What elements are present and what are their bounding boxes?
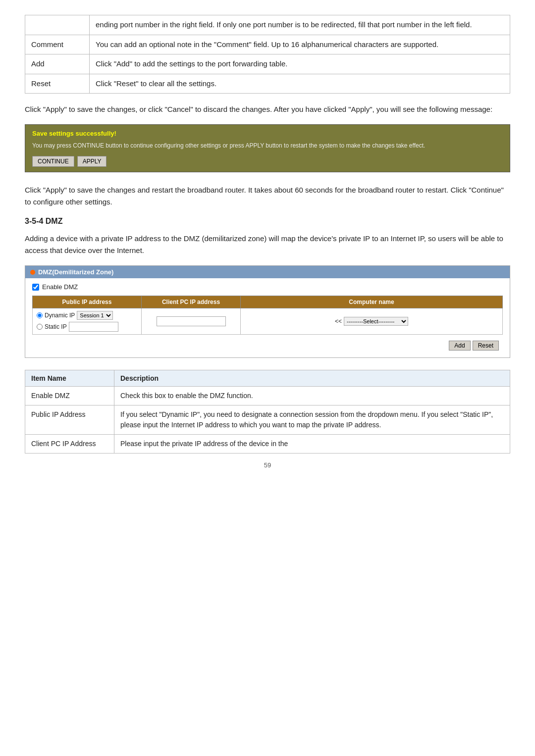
top-table-row: CommentYou can add an optional note in t… [25, 35, 510, 54]
desc-col-description: Description [114, 370, 510, 387]
desc-item-name: Enable DMZ [25, 387, 114, 405]
static-ip-radio[interactable] [37, 324, 43, 330]
paragraph-2: Click "Apply" to save the changes and re… [25, 184, 510, 208]
client-ip-cell [142, 308, 241, 335]
top-info-table: ending port number in the right field. I… [25, 15, 510, 94]
top-table-row: ending port number in the right field. I… [25, 15, 510, 35]
computer-name-cell: << ---------Select--------- [241, 308, 503, 335]
dmz-col-public-ip: Public IP address [33, 296, 142, 308]
enable-dmz-label: Enable DMZ [42, 283, 78, 291]
top-table-desc: Click "Reset" to clear all the settings. [90, 74, 510, 94]
dmz-col-computer-name: Computer name [241, 296, 503, 308]
save-settings-box: Save settings successfully! You may pres… [25, 124, 510, 172]
session-select[interactable]: Session 1 [77, 311, 113, 320]
desc-table-row: Enable DMZCheck this box to enable the D… [25, 387, 510, 405]
top-table-row: AddClick "Add" to add the settings to th… [25, 54, 510, 74]
paragraph-3: Adding a device with a private IP addres… [25, 233, 510, 256]
dmz-col-client-ip: Client PC IP address [142, 296, 241, 308]
top-table-label: Reset [25, 74, 90, 94]
top-table-row: ResetClick "Reset" to clear all the sett… [25, 74, 510, 94]
dynamic-ip-radio[interactable] [37, 312, 43, 318]
dmz-panel: DMZ(Demilitarized Zone) Enable DMZ Publi… [25, 265, 510, 358]
desc-item-name: Public IP Address [25, 405, 114, 435]
enable-dmz-row: Enable DMZ [32, 283, 503, 291]
dmz-dot-icon [30, 270, 35, 275]
dmz-config-table: Public IP address Client PC IP address C… [32, 296, 503, 335]
dmz-panel-title: DMZ(Demilitarized Zone) [38, 268, 113, 276]
static-ip-input[interactable] [69, 322, 118, 332]
dmz-add-button[interactable]: Add [449, 341, 470, 351]
page-number: 59 [25, 461, 510, 469]
dmz-reset-button[interactable]: Reset [473, 341, 499, 351]
top-table-desc: Click "Add" to add the settings to the p… [90, 54, 510, 74]
top-table-desc: You can add an optional note in the "Com… [90, 35, 510, 54]
computer-name-select[interactable]: ---------Select--------- [344, 317, 408, 326]
top-table-desc: ending port number in the right field. I… [90, 15, 510, 35]
desc-item-desc: If you select "Dynamic IP", you need to … [114, 405, 510, 435]
dynamic-ip-row: Dynamic IP Session 1 [37, 311, 137, 320]
section-heading-dmz: 3-5-4 DMZ [25, 217, 510, 226]
enable-dmz-checkbox[interactable] [32, 284, 39, 291]
dmz-title-bar: DMZ(Demilitarized Zone) [25, 266, 510, 278]
dmz-inner: Enable DMZ Public IP address Client PC I… [25, 278, 510, 357]
static-ip-label: Static IP [45, 323, 67, 330]
computer-name-group: << ---------Select--------- [245, 317, 498, 326]
save-message: You may press CONTINUE button to continu… [32, 141, 503, 150]
save-button-row: CONTINUE APPLY [32, 156, 503, 167]
top-table-label: Comment [25, 35, 90, 54]
paragraph-1: Click "Apply" to save the changes, or cl… [25, 103, 510, 115]
dmz-config-row: Dynamic IP Session 1 Static IP [33, 308, 503, 335]
desc-table-row: Client PC IP AddressPlease input the pri… [25, 435, 510, 454]
desc-table-row: Public IP AddressIf you select "Dynamic … [25, 405, 510, 435]
top-table-label: Add [25, 54, 90, 74]
top-table-label [25, 15, 90, 35]
client-ip-input[interactable] [157, 316, 226, 326]
desc-item-desc: Please input the private IP address of t… [114, 435, 510, 454]
public-ip-cell: Dynamic IP Session 1 Static IP [33, 308, 142, 335]
static-ip-row: Static IP [37, 322, 137, 332]
desc-item-name: Client PC IP Address [25, 435, 114, 454]
desc-item-desc: Check this box to enable the DMZ functio… [114, 387, 510, 405]
desc-table: Item Name Description Enable DMZCheck th… [25, 370, 510, 454]
desc-col-item: Item Name [25, 370, 114, 387]
public-ip-radio-group: Dynamic IP Session 1 Static IP [37, 311, 137, 332]
apply-button[interactable]: APPLY [77, 156, 107, 167]
continue-button[interactable]: CONTINUE [32, 156, 74, 167]
add-reset-row: Add Reset [32, 339, 503, 353]
dynamic-ip-label: Dynamic IP [45, 312, 75, 319]
save-title: Save settings successfully! [32, 130, 503, 137]
arrow-label: << [335, 318, 342, 325]
